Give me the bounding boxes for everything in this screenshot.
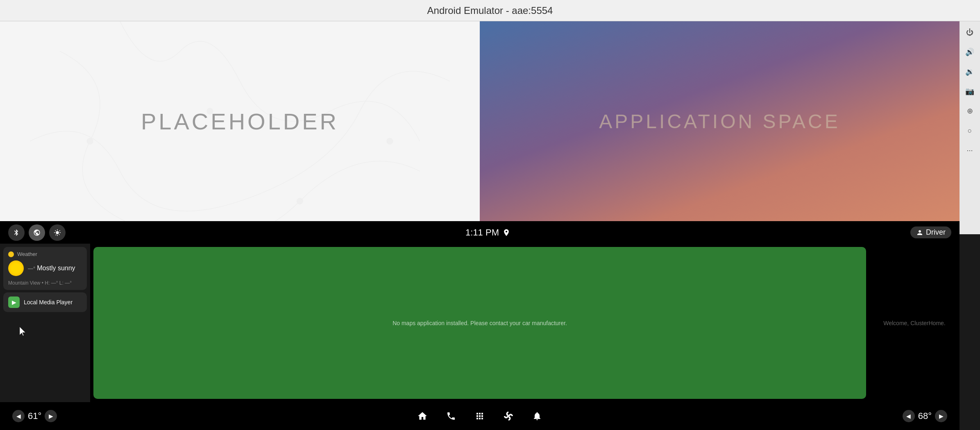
car-ui: 1:11 PM Driver Weather — [0, 221, 960, 430]
zoom-icon[interactable]: ⊕ — [963, 104, 977, 118]
map-area: No maps application installed. Please co… — [93, 247, 866, 399]
weather-title: Weather — [17, 251, 37, 257]
media-label: Local Media Player — [24, 299, 73, 306]
main-display: PLACEHOLDER APPLICATION SPACE — [0, 21, 960, 221]
temp-left-value: 61° — [28, 411, 41, 421]
temp-right-up-button[interactable]: ▶ — [935, 410, 947, 422]
temp-right-control: ◀ 68° ▶ — [903, 410, 947, 422]
phone-nav-button[interactable] — [443, 408, 459, 424]
power-icon[interactable]: ⏻ — [963, 25, 977, 39]
bluetooth-icon[interactable] — [8, 224, 25, 241]
svg-point-0 — [87, 138, 93, 144]
driver-label: Driver — [926, 228, 946, 237]
application-space-text: APPLICATION SPACE — [599, 110, 840, 133]
time-display: 1:11 PM — [465, 227, 499, 238]
bell-nav-button[interactable] — [529, 408, 545, 424]
placeholder-text: PLACEHOLDER — [141, 108, 339, 135]
weather-description: Mostly sunny — [37, 265, 75, 272]
weather-temp-prefix: —° — [28, 265, 35, 272]
brightness-icon[interactable] — [49, 224, 66, 241]
cursor-area — [3, 315, 87, 347]
status-center: 1:11 PM — [465, 227, 510, 238]
fan-nav-button[interactable] — [500, 408, 517, 424]
temp-left-down-button[interactable]: ◀ — [12, 410, 25, 422]
title-bar-text: Android Emulator - aae:5554 — [427, 5, 553, 16]
media-icon: ▶ — [8, 296, 20, 308]
more-icon[interactable]: ··· — [963, 143, 977, 157]
status-left-icons — [8, 224, 66, 241]
weather-card[interactable]: Weather —° Mostly sunny Mountain View • … — [3, 247, 87, 290]
temp-left-control: ◀ 61° ▶ — [12, 410, 57, 422]
drawer-panel: Weather —° Mostly sunny Mountain View • … — [0, 244, 90, 402]
volume-down-icon[interactable]: 🔉 — [963, 65, 977, 79]
circle-icon[interactable]: ○ — [963, 124, 977, 138]
status-bar: 1:11 PM Driver — [0, 221, 960, 244]
title-bar: Android Emulator - aae:5554 — [0, 0, 980, 21]
svg-point-2 — [297, 198, 303, 204]
temp-left-up-button[interactable]: ▶ — [45, 410, 57, 422]
wifi-icon[interactable] — [29, 224, 45, 241]
driver-badge[interactable]: Driver — [910, 226, 951, 238]
svg-point-3 — [387, 138, 393, 144]
right-panel: APPLICATION SPACE — [480, 21, 960, 221]
driver-icon — [916, 229, 923, 236]
map-message: No maps application installed. Please co… — [392, 320, 567, 326]
weather-header: Weather — [8, 251, 82, 257]
temp-right-value: 68° — [918, 411, 932, 421]
volume-up-icon[interactable]: 🔊 — [963, 45, 977, 59]
nav-center — [414, 408, 545, 424]
temp-right-down-button[interactable]: ◀ — [903, 410, 915, 422]
svg-marker-4 — [20, 327, 25, 336]
welcome-text: Welcome, ClusterHome. — [883, 320, 945, 326]
location-pin-icon — [502, 229, 510, 237]
sun-icon — [8, 260, 24, 276]
weather-main: —° Mostly sunny — [8, 260, 82, 276]
side-controls: ⏻ 🔊 🔉 📷 ⊕ ○ ··· — [960, 21, 980, 234]
mouse-cursor — [20, 327, 25, 334]
weather-location: Mountain View • H: —° L: —° — [8, 280, 82, 286]
content-area: Weather —° Mostly sunny Mountain View • … — [0, 244, 960, 402]
status-right[interactable]: Driver — [910, 226, 951, 238]
media-card[interactable]: ▶ Local Media Player — [3, 292, 87, 312]
right-info-panel: Welcome, ClusterHome. — [869, 244, 960, 402]
camera-icon[interactable]: 📷 — [963, 84, 977, 98]
weather-sun-small-icon — [8, 251, 14, 257]
left-panel: PLACEHOLDER — [0, 21, 480, 221]
home-nav-button[interactable] — [414, 408, 431, 424]
bottom-bar: ◀ 61° ▶ — [0, 402, 960, 430]
apps-nav-button[interactable] — [472, 408, 488, 424]
